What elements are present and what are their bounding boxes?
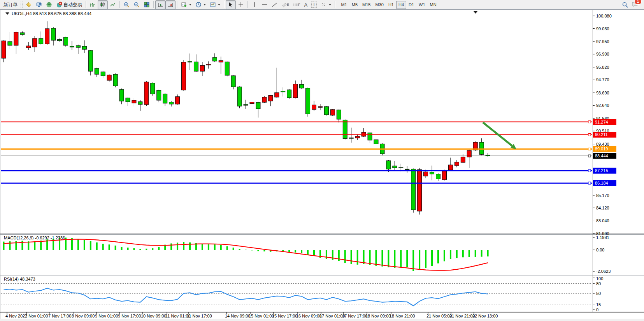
- channel-icon: [282, 2, 287, 8]
- templates-button[interactable]: [208, 0, 222, 9]
- candlestick: [138, 102, 142, 105]
- line-handle[interactable]: [588, 121, 591, 123]
- timeframe-d1[interactable]: D1: [406, 1, 416, 9]
- candlestick: [275, 92, 279, 97]
- candlestick: [132, 100, 136, 103]
- label-tool-button[interactable]: T: [309, 0, 318, 9]
- new-order-button[interactable]: 新订单: [2, 0, 19, 9]
- fibonacci-letter: F: [298, 3, 300, 7]
- candlestick: [188, 61, 192, 62]
- zoom-out-button[interactable]: [132, 0, 142, 9]
- timeframe-m15[interactable]: M15: [360, 1, 373, 9]
- horizontal-line-tool-button[interactable]: [260, 0, 270, 9]
- tile-windows-button[interactable]: [142, 0, 152, 9]
- crosshair-tool-button[interactable]: [236, 0, 246, 9]
- timeframe-toolbar: M1 M5 M15 M30 H1 H4 D1 W1 MN: [339, 1, 439, 9]
- toolbar-grip: [21, 2, 23, 8]
- candlestick: [64, 37, 68, 45]
- toolbar-separator: [247, 1, 248, 8]
- periods-button[interactable]: [193, 0, 208, 9]
- price-tick-label: 89.430: [596, 142, 609, 147]
- metaquotes-button[interactable]: [24, 0, 34, 9]
- timeframe-h1[interactable]: H1: [386, 1, 396, 9]
- candlestick: [330, 110, 335, 115]
- toolbar-separator: [153, 1, 154, 8]
- timeframe-m30[interactable]: M30: [373, 1, 386, 9]
- tile-windows-icon: [144, 2, 150, 8]
- chart-canvas[interactable]: 100.08099.03097.95096.90095.82094.77093.…: [0, 10, 644, 321]
- timeframe-mn[interactable]: MN: [428, 1, 439, 9]
- candlestick: [281, 91, 285, 92]
- rsi-tick-label: 0: [596, 307, 598, 312]
- toolbar-separator: [86, 1, 86, 8]
- candlestick: [200, 65, 204, 71]
- text-tool-button[interactable]: A: [302, 0, 310, 9]
- candlestick: [411, 169, 416, 210]
- label-tool-icon: T: [311, 2, 316, 8]
- new-order-label: 新订单: [4, 2, 18, 8]
- fibonacci-tool-button[interactable]: F: [291, 0, 302, 9]
- candlestick: [349, 138, 353, 139]
- candlestick: [194, 62, 198, 71]
- main-toolbar: 新订单: [0, 0, 644, 10]
- time-tick-label: 17 Nov 17:00: [342, 314, 367, 318]
- line-handle[interactable]: [588, 155, 591, 157]
- timeframe-m1[interactable]: M1: [339, 1, 349, 9]
- timeframe-w1[interactable]: W1: [416, 1, 428, 9]
- auto-scroll-button[interactable]: [165, 0, 175, 9]
- line-handle[interactable]: [588, 169, 591, 172]
- candlestick: [113, 74, 118, 86]
- candlestick: [107, 75, 111, 80]
- cursor-icon: [228, 2, 234, 8]
- candlestick: [324, 106, 328, 115]
- candlestick: [442, 171, 446, 180]
- price-tick-label: 99.030: [596, 26, 609, 31]
- crosshair-icon: [238, 2, 244, 8]
- search-icon[interactable]: [622, 2, 628, 8]
- shapes-tool-button[interactable]: [319, 0, 333, 9]
- line-handle[interactable]: [588, 148, 591, 150]
- toolbar-separator: [335, 1, 335, 8]
- candlestick: [163, 94, 167, 103]
- rsi-tick-label: 15: [596, 302, 601, 307]
- macd-label: MACD(12,26,9) -0.6292 -1.2386: [4, 236, 65, 240]
- candlestick: [262, 97, 267, 102]
- bar-chart-button[interactable]: [88, 0, 98, 9]
- auto-trading-button[interactable]: 自动交易: [54, 0, 84, 9]
- price-tick-label: 83.040: [596, 218, 609, 223]
- candlestick: [337, 110, 341, 119]
- time-tick-label: 7 Nov 01:00: [25, 314, 48, 318]
- signals-button[interactable]: [44, 0, 54, 9]
- chevron-down-icon: [204, 4, 206, 5]
- candlestick: [20, 33, 25, 35]
- candlestick-chart-button[interactable]: [98, 0, 108, 9]
- metaeditor-button[interactable]: [34, 0, 44, 9]
- candlestick: [355, 136, 360, 138]
- zoom-in-button[interactable]: [121, 0, 132, 9]
- cursor-tool-button[interactable]: [226, 0, 236, 9]
- candlestick: [430, 172, 434, 174]
- time-tick-label: 17 Nov 01:00: [319, 314, 345, 318]
- candlestick: [318, 106, 322, 107]
- mt4-window: 新订单: [0, 0, 644, 321]
- candlestick: [343, 120, 347, 138]
- trendline-icon: [272, 2, 278, 8]
- candlestick: [212, 58, 217, 61]
- timeframe-m5[interactable]: M5: [349, 1, 360, 9]
- candlestick: [461, 157, 465, 162]
- add-indicator-button[interactable]: [179, 0, 193, 9]
- channel-tool-button[interactable]: E: [280, 0, 291, 9]
- notifications-button[interactable]: 1: [632, 1, 639, 9]
- chart-shift-button[interactable]: [155, 0, 165, 9]
- notification-badge: 1: [635, 0, 641, 4]
- line-chart-button[interactable]: [108, 0, 118, 9]
- candlestick: [368, 133, 372, 140]
- time-tick-label: 16 Nov 09:00: [296, 314, 321, 318]
- line-handle[interactable]: [588, 133, 591, 136]
- vertical-line-tool-button[interactable]: [249, 0, 260, 9]
- line-handle[interactable]: [588, 182, 591, 184]
- candlestick: [256, 102, 260, 109]
- candlestick: [95, 68, 99, 74]
- trendline-tool-button[interactable]: [270, 0, 280, 9]
- timeframe-h4[interactable]: H4: [396, 1, 406, 9]
